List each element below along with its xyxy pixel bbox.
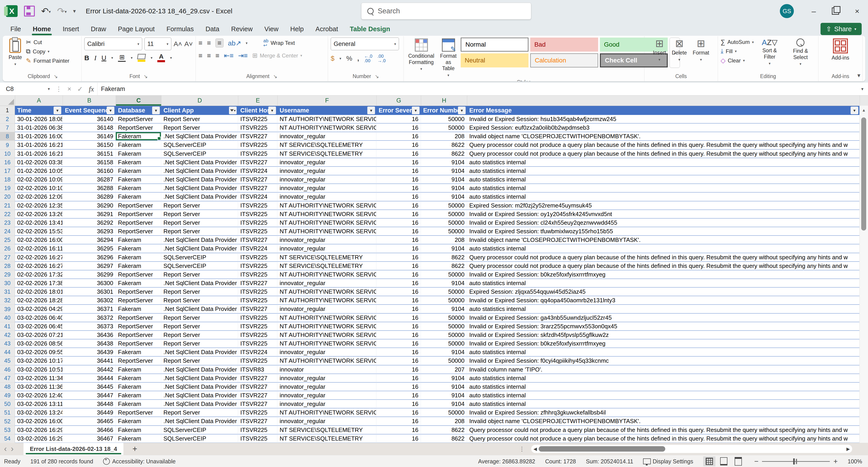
cell[interactable]: 36287 (63, 175, 116, 184)
row-number[interactable]: 46 (0, 366, 15, 374)
style-calculation[interactable]: Calculation (530, 53, 598, 67)
row-number[interactable]: 42 (0, 331, 15, 340)
cell[interactable]: 9104 (421, 400, 467, 408)
underline-button[interactable]: U (101, 54, 106, 62)
cell[interactable]: innovator_regular (277, 383, 376, 391)
cell[interactable]: 16 (376, 253, 421, 262)
cell[interactable]: ReportServer (116, 218, 161, 227)
column-header-D[interactable]: D (161, 95, 238, 106)
cell[interactable]: 36302 (63, 296, 116, 305)
style-bad[interactable]: Bad (530, 37, 598, 52)
column-header-C[interactable]: C (116, 95, 161, 106)
cell[interactable]: SQLServerCEIP (161, 150, 238, 158)
cell[interactable]: 36467 (63, 434, 116, 443)
cell[interactable]: innovator_regular (277, 236, 376, 244)
tab-page-layout[interactable]: Page Layout (112, 22, 161, 36)
table-column-header[interactable]: Client Host▾ (238, 106, 277, 115)
table-column-header[interactable]: Error Number▾ (421, 106, 467, 115)
cell[interactable]: Report Server (161, 218, 238, 227)
cell[interactable]: innovator_regular (277, 175, 376, 184)
cell[interactable]: Fakeram (116, 400, 161, 408)
cell[interactable]: auto statistics internal (467, 348, 860, 357)
select-all-button[interactable] (0, 95, 15, 106)
cell[interactable]: 01-02-2026 10:05 (15, 167, 63, 175)
cell[interactable]: innovator_regular (277, 391, 376, 400)
clear-button[interactable]: ◇Clear▾ (721, 57, 754, 64)
filter-dropdown-icon[interactable]: ▾ (152, 107, 160, 114)
column-header-B[interactable]: B (63, 95, 116, 106)
view-page-break-button[interactable] (732, 456, 744, 466)
zoom-in-button[interactable]: + (833, 457, 838, 466)
cell[interactable]: ReportServer (116, 227, 161, 236)
cell[interactable]: Fakeram (116, 141, 161, 149)
row-number[interactable]: 25 (0, 236, 15, 244)
cell[interactable]: 36445 (63, 383, 116, 391)
cell[interactable]: ReportServer (116, 270, 161, 279)
cell[interactable]: 50000 (421, 331, 467, 340)
scroll-right-icon[interactable]: ▶ (846, 446, 852, 451)
cell[interactable]: Report Server (161, 288, 238, 296)
cell[interactable]: NT AUTHORITY\NETWORK SERVICE (277, 296, 376, 305)
cell[interactable]: NT AUTHORITY\NETWORK SERVICE (277, 210, 376, 218)
cell[interactable]: 36150 (63, 141, 116, 149)
row-number[interactable]: 43 (0, 340, 15, 348)
cell[interactable]: Report Server (161, 314, 238, 322)
cell[interactable]: 03-02-2026 11:34 (15, 374, 63, 383)
cell[interactable]: 50000 (421, 227, 467, 236)
accounting-format-button[interactable]: $ (331, 55, 335, 62)
next-sheet-button[interactable]: › (11, 444, 18, 454)
conditional-formatting-button[interactable]: Conditional Formatting▾ (406, 37, 436, 72)
cell[interactable]: auto statistics internal (467, 175, 860, 184)
cell[interactable]: ITSVR225 (238, 227, 277, 236)
cell[interactable]: 36289 (63, 193, 116, 201)
addins-button[interactable]: Add-ins (830, 37, 851, 62)
cell[interactable]: 9104 (421, 279, 467, 288)
cell[interactable]: 16 (376, 236, 421, 244)
cell[interactable]: Invalid column name 'TIPO'. (467, 366, 860, 374)
cell[interactable]: ITSVR227 (238, 184, 277, 193)
row-number[interactable]: 27 (0, 253, 15, 262)
cell[interactable]: 16 (376, 167, 421, 175)
cell[interactable]: SQLServerCEIP (161, 434, 238, 443)
fill-color-button[interactable] (137, 54, 146, 62)
cell[interactable]: Fakeram (116, 150, 161, 158)
cell[interactable]: 36151 (63, 150, 116, 158)
tab-formulas[interactable]: Formulas (160, 22, 199, 36)
excel-app-icon[interactable]: X (6, 5, 18, 17)
cell[interactable]: 36299 (63, 270, 116, 279)
fill-handle[interactable] (157, 137, 161, 140)
share-button[interactable]: ⇧ Share ▾ (820, 23, 862, 35)
cell[interactable]: 50000 (421, 218, 467, 227)
cell[interactable]: 36296 (63, 253, 116, 262)
filter-dropdown-icon[interactable]: ▾ (107, 107, 114, 114)
cell[interactable]: 16 (376, 400, 421, 408)
cell[interactable]: ITSVR225 (238, 201, 277, 210)
cell[interactable]: Report Server (161, 331, 238, 340)
cell[interactable]: NT AUTHORITY\NETWORK SERVICE (277, 115, 376, 123)
cell[interactable]: ReportServer (116, 210, 161, 218)
cell[interactable]: 16 (376, 132, 421, 141)
cell[interactable]: 02-02-2026 13:26 (15, 210, 63, 218)
cell[interactable]: Expired Session: m2f0zj2y52reme45uymsuk4… (467, 201, 860, 210)
cell[interactable]: 16 (376, 193, 421, 201)
cell[interactable]: .Net SqlClient Data Provider (161, 305, 238, 313)
cell[interactable]: ITSVR227 (238, 236, 277, 244)
cell[interactable]: 36291 (63, 210, 116, 218)
cell[interactable]: Report Server (161, 227, 238, 236)
format-painter-button[interactable]: ✎Format Painter (26, 57, 69, 64)
cell[interactable]: Invalid or Expired Session: qq4opa450aom… (467, 296, 860, 305)
cell[interactable]: .Net SqlClient Data Provider (161, 279, 238, 288)
table-column-header[interactable]: Time▾ (15, 106, 63, 115)
cell[interactable]: Report Server (161, 210, 238, 218)
increase-indent-button[interactable]: ⇥≡ (238, 52, 248, 59)
cell[interactable]: ITSVR227 (238, 374, 277, 383)
cell[interactable]: ITSVR225 (238, 123, 277, 132)
cell[interactable]: Invalid or Expired Session: hsu1b345qab4… (467, 115, 860, 123)
filter-dropdown-icon[interactable]: ▾ (268, 107, 276, 114)
font-dialog-launcher[interactable]: ↘ (144, 74, 148, 80)
row-number[interactable]: 28 (0, 262, 15, 270)
sort-filter-button[interactable]: AZ▽Sort & Filter▾ (756, 37, 783, 66)
cell[interactable]: innovator_regular (277, 417, 376, 426)
cell[interactable]: 8622 (421, 253, 467, 262)
cell[interactable]: Fakeram (116, 391, 161, 400)
